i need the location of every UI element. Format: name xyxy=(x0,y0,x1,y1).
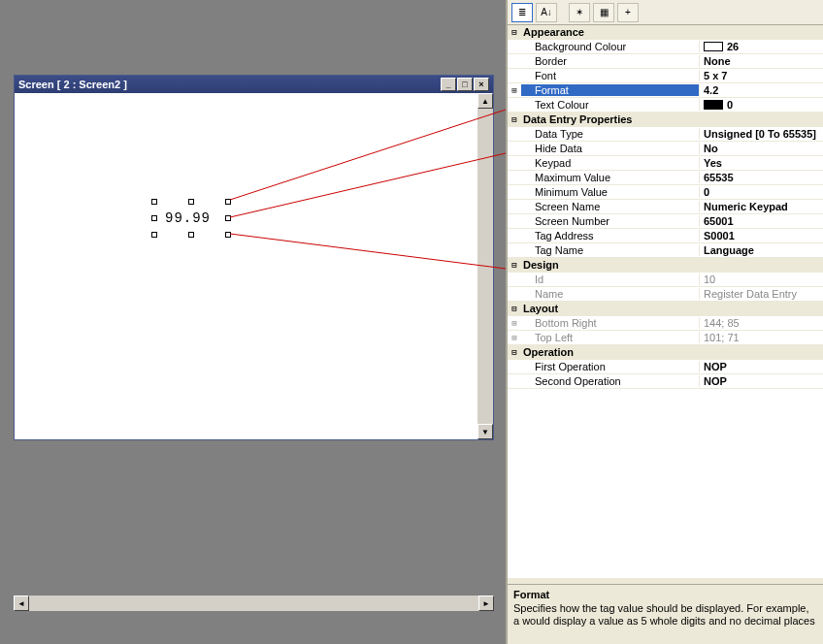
prop-minimum-value[interactable]: Minimum Value 0 xyxy=(508,185,823,200)
prop-value: 0 xyxy=(699,186,823,198)
prop-label: Name xyxy=(521,288,699,300)
horizontal-scrollbar[interactable]: ◄ ► xyxy=(14,596,494,611)
prop-keypad[interactable]: Keypad Yes xyxy=(508,156,823,171)
prop-name: Name Register Data Entry xyxy=(508,287,823,302)
toolbar-button-3[interactable]: ✶ xyxy=(569,3,590,22)
resize-handle[interactable] xyxy=(188,199,194,205)
prop-hide-data[interactable]: Hide Data No xyxy=(508,142,823,156)
prop-tag-address[interactable]: Tag Address S0001 xyxy=(508,229,823,243)
expand-icon[interactable]: ⊞ xyxy=(508,318,521,328)
plus-icon: + xyxy=(625,7,631,17)
resize-handle[interactable] xyxy=(151,215,157,221)
field-value: 99.99 xyxy=(165,210,211,226)
collapse-icon[interactable]: ⊟ xyxy=(508,260,521,270)
prop-label: Bottom Right xyxy=(521,317,699,329)
resize-handle[interactable] xyxy=(188,232,194,238)
category-label: Design xyxy=(521,259,823,271)
selected-field[interactable]: 99.99 xyxy=(151,199,231,238)
prop-label: Screen Name xyxy=(521,201,699,212)
prop-value: Numeric Keypad xyxy=(699,201,823,212)
prop-value: None xyxy=(699,55,823,67)
prop-label: Second Operation xyxy=(521,375,699,387)
categorized-icon: ≣ xyxy=(518,7,526,17)
prop-value[interactable]: 4.2 xyxy=(699,84,823,96)
scroll-down-button[interactable]: ▼ xyxy=(477,424,493,439)
category-layout[interactable]: ⊟ Layout xyxy=(508,302,823,316)
vertical-scrollbar[interactable]: ▲ ▼ xyxy=(477,93,493,439)
prop-value: 65535 xyxy=(699,172,823,183)
design-canvas[interactable]: 99.99 xyxy=(16,94,477,438)
prop-label: Minimum Value xyxy=(521,186,699,198)
prop-screen-number[interactable]: Screen Number 65001 xyxy=(508,214,823,229)
alphabetical-button[interactable]: A↓ xyxy=(536,3,557,22)
prop-data-type[interactable]: Data Type Unsigned [0 To 65535] xyxy=(508,127,823,142)
scroll-left-button[interactable]: ◄ xyxy=(14,596,29,611)
prop-label: Screen Number xyxy=(521,215,699,227)
category-label: Data Entry Properties xyxy=(521,113,823,125)
maximize-button[interactable]: □ xyxy=(457,78,473,91)
resize-handle[interactable] xyxy=(151,199,157,205)
category-appearance[interactable]: ⊟ Appearance xyxy=(508,25,823,40)
prop-font[interactable]: Font 5 x 7 xyxy=(508,69,823,83)
category-label: Appearance xyxy=(521,26,823,38)
prop-value: No xyxy=(699,143,823,154)
prop-text-colour[interactable]: Text Colour 0 xyxy=(508,98,823,113)
prop-label: Background Colour xyxy=(521,41,699,52)
expand-icon[interactable]: ⊞ xyxy=(508,333,521,342)
prop-top-left[interactable]: ⊞ Top Left 101; 71 xyxy=(508,331,823,345)
description-body: Specifies how the tag value should be di… xyxy=(513,602,817,628)
property-grid[interactable]: ⊟ Appearance Background Colour 26 Border… xyxy=(508,25,823,578)
expand-icon[interactable]: ⊞ xyxy=(508,85,521,95)
scroll-up-button[interactable]: ▲ xyxy=(477,93,493,109)
collapse-icon[interactable]: ⊟ xyxy=(508,27,521,37)
prop-value: 5 x 7 xyxy=(699,70,823,81)
property-toolbar: ≣ A↓ ✶ ▦ + xyxy=(508,0,823,25)
prop-background-colour[interactable]: Background Colour 26 xyxy=(508,40,823,54)
prop-format[interactable]: ⊞ Format 4.2 xyxy=(508,83,823,98)
resize-handle[interactable] xyxy=(151,232,157,238)
toolbar-button-4[interactable]: ▦ xyxy=(593,3,614,22)
prop-tag-name[interactable]: Tag Name Language xyxy=(508,243,823,258)
category-data-entry[interactable]: ⊟ Data Entry Properties xyxy=(508,113,823,127)
prop-value: 65001 xyxy=(699,215,823,227)
prop-maximum-value[interactable]: Maximum Value 65535 xyxy=(508,171,823,185)
category-label: Layout xyxy=(521,303,823,314)
property-panel: ≣ A↓ ✶ ▦ + ⊟ Appearance Background Colou… xyxy=(506,0,823,644)
prop-value: NOP xyxy=(699,375,823,387)
category-operation[interactable]: ⊟ Operation xyxy=(508,345,823,360)
grid-icon: ▦ xyxy=(600,7,609,17)
prop-label: Text Colour xyxy=(521,99,699,111)
prop-value: 144; 85 xyxy=(699,317,823,329)
expand-icon: ✶ xyxy=(576,7,583,17)
prop-label: First Operation xyxy=(521,361,699,372)
minimize-button[interactable]: _ xyxy=(441,78,456,91)
prop-id: Id 10 xyxy=(508,273,823,287)
collapse-icon[interactable]: ⊟ xyxy=(508,304,521,313)
prop-label: Tag Name xyxy=(521,244,699,256)
prop-border[interactable]: Border None xyxy=(508,54,823,69)
description-title: Format xyxy=(513,589,817,600)
resize-handle[interactable] xyxy=(225,199,231,205)
prop-second-operation[interactable]: Second Operation NOP xyxy=(508,374,823,389)
resize-handle[interactable] xyxy=(225,232,231,238)
prop-first-operation[interactable]: First Operation NOP xyxy=(508,360,823,374)
prop-value: 26 xyxy=(727,41,739,52)
prop-value: Register Data Entry xyxy=(699,288,823,300)
scroll-right-button[interactable]: ► xyxy=(478,596,494,611)
collapse-icon[interactable]: ⊟ xyxy=(508,114,521,124)
prop-bottom-right[interactable]: ⊞ Bottom Right 144; 85 xyxy=(508,316,823,331)
resize-handle[interactable] xyxy=(225,215,231,221)
categorized-button[interactable]: ≣ xyxy=(511,3,533,22)
toolbar-button-5[interactable]: + xyxy=(617,3,639,22)
prop-value: Yes xyxy=(699,157,823,169)
category-design[interactable]: ⊟ Design xyxy=(508,258,823,273)
prop-value: 0 xyxy=(727,99,733,111)
screen-window: Screen [ 2 : Screen2 ] _ □ × 99.99 ▲ ▼ xyxy=(14,75,494,440)
collapse-icon[interactable]: ⊟ xyxy=(508,347,521,357)
prop-screen-name[interactable]: Screen Name Numeric Keypad xyxy=(508,200,823,214)
colour-swatch xyxy=(704,100,723,110)
close-button[interactable]: × xyxy=(474,78,489,91)
window-title: Screen [ 2 : Screen2 ] xyxy=(18,79,127,90)
prop-label: Maximum Value xyxy=(521,172,699,183)
prop-value: 10 xyxy=(699,274,823,285)
